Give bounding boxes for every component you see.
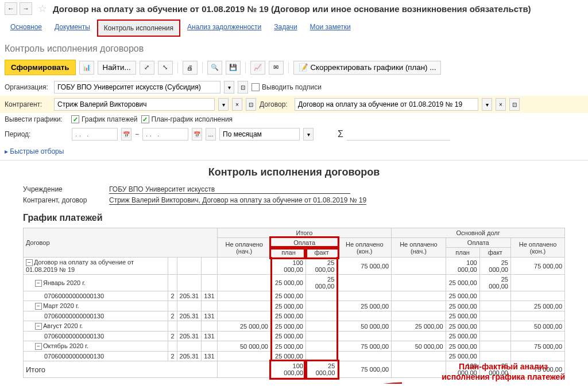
dropdown-icon[interactable]: ▾ [224,81,234,93]
contragent-input[interactable] [54,98,215,111]
collapse-icon[interactable]: ⤡ [158,61,173,75]
find-button[interactable]: Найти... [98,61,136,75]
th-d-np-end: Не оплачено (кон.) [510,238,564,258]
org-input[interactable] [54,81,220,93]
back-button[interactable]: ← [5,2,17,15]
report-title: Контроль исполнения договоров [23,166,565,178]
th-np-start: Не оплачено (нач.) [217,238,271,258]
th-np-end: Не оплачено (кон.) [338,238,392,258]
cd-value: Стриж Валерий Викторович, Договор на опл… [109,196,366,205]
tabs: Основное Документы Контроль исполнения А… [0,17,588,39]
divider [202,62,203,73]
contragent-label: Контрагент: [5,100,51,108]
chart-icon[interactable]: 📈 [250,61,265,75]
annotation-text: План-фактный анализ исполнения графика п… [442,361,565,382]
grouping-select[interactable] [219,128,300,141]
forward-button[interactable]: → [20,2,32,15]
divider [177,62,178,73]
period-from[interactable] [72,128,118,141]
org-label: Организация: [5,83,51,91]
clear-icon[interactable]: × [232,98,242,111]
tree-toggle[interactable]: − [35,280,42,287]
tree-toggle[interactable]: − [26,259,33,266]
dropdown-icon[interactable]: ▾ [218,98,229,111]
tab-main[interactable]: Основное [5,20,48,37]
th-d-fact: факт [479,248,510,258]
form-button[interactable]: Сформировать [5,60,76,75]
th-payment: Оплата [271,238,337,248]
period-to[interactable] [142,128,188,141]
save-icon[interactable]: 💾 [226,61,241,75]
th-main-debt: Основной долг [392,228,565,238]
calendar-icon[interactable]: 📅 [121,128,131,141]
clear-icon[interactable]: × [496,98,506,111]
show-sign-checkbox[interactable] [252,83,260,91]
section-title: Контроль исполнения договоров [0,39,588,56]
sigma-output [347,128,450,141]
table-row: 07060000000000130 2 205.31 131 25 000,00… [24,311,565,321]
tab-documents[interactable]: Документы [49,20,96,37]
inst-value: ГОБУ ВПО Университет искусств [109,185,350,194]
payment-table: Договор Итого Основной долг Не оплачено … [23,228,565,378]
mail-icon[interactable]: ✉ [269,61,284,75]
total-np-start [217,361,271,378]
page-title: Договор на оплату за обучение от 01.08.2… [53,4,531,14]
expand-icon[interactable]: ⤢ [140,61,154,75]
th-d-plan: план [446,248,479,258]
table-row: −Договор на оплату за обучение от 01.08.… [24,258,565,275]
graph-plan-label: План-график исполнения [152,115,233,123]
table-row: −Март 2020 г. 25 000,00 25 000,00 25 000… [24,301,565,311]
total-label: Итого [24,361,218,378]
graph-payments-label: График платежей [82,115,138,123]
open-icon[interactable]: ⊡ [509,98,520,111]
calendar-icon[interactable]: 📅 [192,128,202,141]
tab-control[interactable]: Контроль исполнения [97,20,180,37]
table-row: −Август 2020 г. 25 000,00 25 000,00 50 0… [24,321,565,332]
favorite-icon[interactable]: ☆ [38,2,47,15]
cd-label: Контрагент, договор [23,196,109,205]
open-icon[interactable]: ⊡ [238,81,248,93]
th-fact: факт [305,248,337,258]
total-fact: 25 000,00 [305,361,337,378]
quick-filters-toggle[interactable]: ▸ Быстрые отборы [0,143,588,160]
dropdown-icon[interactable]: ▾ [303,128,314,141]
divider [288,62,289,73]
tab-notes[interactable]: Мои заметки [304,20,357,37]
show-sign-label: Выводить подписи [262,83,322,91]
print-icon[interactable]: 🖨 [183,61,198,75]
total-d-np-start [392,361,446,378]
graphs-label: Вывести графики: [5,115,68,123]
th-contract: Договор [24,228,218,258]
table-row: 07060000000000130 2 205.31 131 25 000,00… [24,291,565,301]
contract-label: Договор: [260,100,291,108]
total-plan: 100 000,00 [271,361,305,378]
period-label: Период: [5,130,33,138]
sigma-label: Σ [338,129,343,139]
inst-label: Учреждение [23,185,109,194]
tab-debt[interactable]: Анализ задолженности [181,20,267,37]
divider [245,62,246,73]
preview-icon[interactable]: 🔍 [207,61,222,75]
graph-plan-checkbox[interactable]: ✓ [141,115,149,123]
tree-toggle[interactable]: − [35,303,42,310]
period-select-icon[interactable]: … [206,128,216,141]
tab-tasks[interactable]: Задачи [268,20,303,37]
th-d-np-start: Не оплачено (нач.) [392,238,446,258]
contract-input[interactable] [295,98,478,111]
table-row: −Январь 2020 г. 25 000,00 25 000,00 25 0… [24,275,565,291]
th-plan: план [271,248,305,258]
table-row: 07060000000000130 2 205.31 131 25 000,00… [24,332,565,341]
report-subtitle: График платежей [23,213,565,223]
tree-toggle[interactable]: − [35,323,42,330]
th-total: Итого [217,228,392,238]
total-np-end: 75 000,00 [338,361,392,378]
table-row: −Октябрь 2020 г. 50 000,00 25 000,00 75 … [24,341,565,352]
table-row: 07060000000000130 2 205.31 131 25 000,00… [24,352,565,361]
save-settings-icon[interactable]: 📊 [79,61,94,75]
th-d-payment: Оплата [446,238,510,248]
open-icon[interactable]: ⊡ [246,98,256,111]
graph-payments-checkbox[interactable]: ✓ [71,115,79,123]
dropdown-icon[interactable]: ▾ [482,98,492,111]
correct-button[interactable]: 📝 Скорректировать графики (план) ... [293,61,442,75]
tree-toggle[interactable]: − [35,343,42,350]
